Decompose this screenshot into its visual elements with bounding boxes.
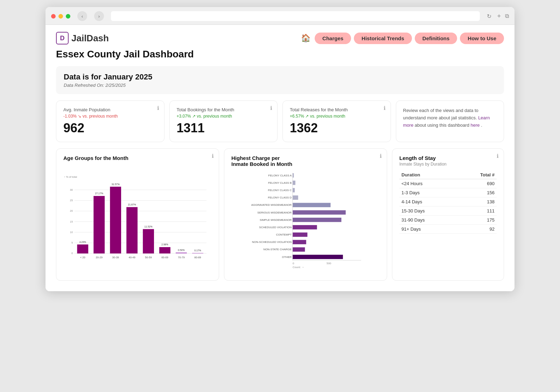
los-total-cell: 175 <box>457 216 497 225</box>
header: D JailDash 🏠 Charges Historical Trends D… <box>56 32 504 44</box>
svg-text:31.57%: 31.57% <box>112 183 120 186</box>
svg-text:SIMPLE MISDEMEANOR: SIMPLE MISDEMEANOR <box>260 218 292 222</box>
los-total-cell: 92 <box>457 225 497 234</box>
los-duration-cell: 91+ Days <box>399 225 457 234</box>
nav-buttons: 🏠 Charges Historical Trends Definitions … <box>301 33 504 44</box>
los-card: ℹ Length of Stay Inmate Stays by Duratio… <box>392 148 504 281</box>
svg-rect-33 <box>293 173 294 177</box>
svg-rect-49 <box>293 232 307 237</box>
svg-text:11.52%: 11.52% <box>145 225 153 228</box>
avg-population-value: 962 <box>63 121 157 135</box>
svg-text:5: 5 <box>71 241 73 244</box>
los-info-icon[interactable]: ℹ <box>497 153 499 159</box>
total-releases-card: ℹ Total Releases for the Month +6.57% ↗ … <box>282 100 391 142</box>
svg-rect-35 <box>293 181 295 185</box>
total-bookings-label: Total Bookings for the Month <box>177 107 271 112</box>
svg-text:2.98%: 2.98% <box>161 244 168 246</box>
total-bookings-card: ℹ Total Bookings for the Month +3.07% ↗ … <box>169 100 278 142</box>
bar-8089 <box>192 253 203 254</box>
minimize-dot[interactable] <box>58 14 63 19</box>
svg-rect-39 <box>293 195 298 200</box>
stats-row: ℹ Avg. Inmate Population -1.03% ↘ vs. pr… <box>56 100 504 142</box>
avg-population-card: ℹ Avg. Inmate Population -1.03% ↘ vs. pr… <box>56 100 164 142</box>
svg-text:50-59: 50-59 <box>145 256 152 259</box>
svg-rect-55 <box>293 255 343 259</box>
svg-text:FELONY CLASS D: FELONY CLASS D <box>268 196 292 199</box>
total-releases-info-icon[interactable]: ℹ <box>384 105 386 111</box>
svg-text:20-29: 20-29 <box>96 256 103 259</box>
svg-text:SERIOUS MISDEMEANOR: SERIOUS MISDEMEANOR <box>257 211 292 214</box>
refresh-icon[interactable]: ↻ <box>487 13 491 20</box>
close-dot[interactable] <box>51 14 56 19</box>
how-to-use-button[interactable]: How to Use <box>460 33 504 44</box>
svg-text:20: 20 <box>70 209 73 212</box>
historical-trends-button[interactable]: Historical Trends <box>354 33 412 44</box>
los-table-row: 91+ Days92 <box>399 225 497 234</box>
bar-3039 <box>110 187 121 253</box>
charge-chart-info-icon[interactable]: ℹ <box>380 153 382 159</box>
los-table-row: 1-3 Days156 <box>399 188 497 197</box>
svg-text:CONTEMPT: CONTEMPT <box>276 233 292 236</box>
bar-lt20 <box>77 244 88 253</box>
logo-icon: D <box>56 32 69 44</box>
svg-rect-37 <box>293 188 295 192</box>
svg-rect-45 <box>293 218 341 222</box>
charges-button[interactable]: Charges <box>315 33 351 44</box>
svg-text:FELONY CLASS B: FELONY CLASS B <box>268 181 292 184</box>
los-total-cell: 690 <box>457 179 497 188</box>
age-bar-chart: ↑ % of total 0 5 10 <box>63 162 212 274</box>
svg-text:0: 0 <box>71 252 73 255</box>
browser-controls: ‹ › ↻ + ⧉ <box>51 11 509 21</box>
los-total-cell: 138 <box>457 197 497 206</box>
svg-text:21.87%: 21.87% <box>128 203 136 206</box>
age-chart-info-icon[interactable]: ℹ <box>212 153 214 159</box>
charge-chart-card: ℹ Highest Charge per Inmate Booked in Mo… <box>224 148 387 281</box>
los-subtitle: Inmate Stays by Duration <box>399 162 497 167</box>
svg-text:15: 15 <box>70 220 73 223</box>
age-groups-chart-card: ℹ Age Groups for the Month ↑ % of total <box>56 148 219 281</box>
avg-population-info-icon[interactable]: ℹ <box>157 105 159 111</box>
svg-text:4.23%: 4.23% <box>79 241 86 243</box>
home-icon[interactable]: 🏠 <box>301 34 310 43</box>
svg-text:500: 500 <box>327 262 331 265</box>
age-chart-svg: ↑ % of total 0 5 10 <box>63 162 212 274</box>
los-duration-cell: <24 Hours <box>399 179 457 188</box>
los-duration-cell: 1-3 Days <box>399 188 457 197</box>
svg-text:60-69: 60-69 <box>161 256 168 259</box>
svg-text:0.50%: 0.50% <box>178 249 184 251</box>
logo-text: JailDash <box>71 33 109 44</box>
svg-text:↑ % of total: ↑ % of total <box>64 175 77 178</box>
maximize-dot[interactable] <box>66 14 70 19</box>
los-col-duration: Duration <box>399 171 457 179</box>
here-link[interactable]: here <box>470 122 479 128</box>
address-bar[interactable] <box>111 11 480 21</box>
los-title: Length of Stay <box>399 155 497 161</box>
charts-row: ℹ Age Groups for the Month ↑ % of total <box>56 148 504 281</box>
back-button[interactable]: ‹ <box>77 11 87 21</box>
charge-chart-title: Highest Charge per Inmate Booked in Mont… <box>231 155 380 167</box>
los-table-row: <24 Hours690 <box>399 179 497 188</box>
total-releases-change: +6.57% ↗ vs. previous month <box>290 114 384 119</box>
svg-rect-41 <box>293 203 331 207</box>
los-table-row: 31-90 Days175 <box>399 216 497 225</box>
total-releases-label: Total Releases for the Month <box>290 107 384 112</box>
svg-text:OTHER: OTHER <box>282 255 292 259</box>
svg-rect-43 <box>293 210 346 215</box>
period-card: Data is for January 2025 Data Refreshed … <box>56 66 504 94</box>
svg-text:FELONY CLASS A: FELONY CLASS A <box>268 174 292 177</box>
svg-text:30: 30 <box>70 188 73 191</box>
total-bookings-info-icon[interactable]: ℹ <box>270 105 272 111</box>
svg-text:80-89: 80-89 <box>194 256 201 259</box>
svg-text:70-79: 70-79 <box>178 256 184 259</box>
page-content: D JailDash 🏠 Charges Historical Trends D… <box>46 25 514 291</box>
copy-icon[interactable]: ⧉ <box>505 13 509 19</box>
los-duration-cell: 4-14 Days <box>399 197 457 206</box>
definitions-button[interactable]: Definitions <box>415 33 457 44</box>
svg-text:0.17%: 0.17% <box>194 249 201 252</box>
los-table-row: 4-14 Days138 <box>399 197 497 206</box>
total-releases-value: 1362 <box>290 121 384 135</box>
forward-button[interactable]: › <box>94 11 104 21</box>
los-duration-cell: 15-30 Days <box>399 206 457 216</box>
avg-population-change: -1.03% ↘ vs. previous month <box>63 114 157 119</box>
new-tab-icon[interactable]: + <box>497 13 501 20</box>
